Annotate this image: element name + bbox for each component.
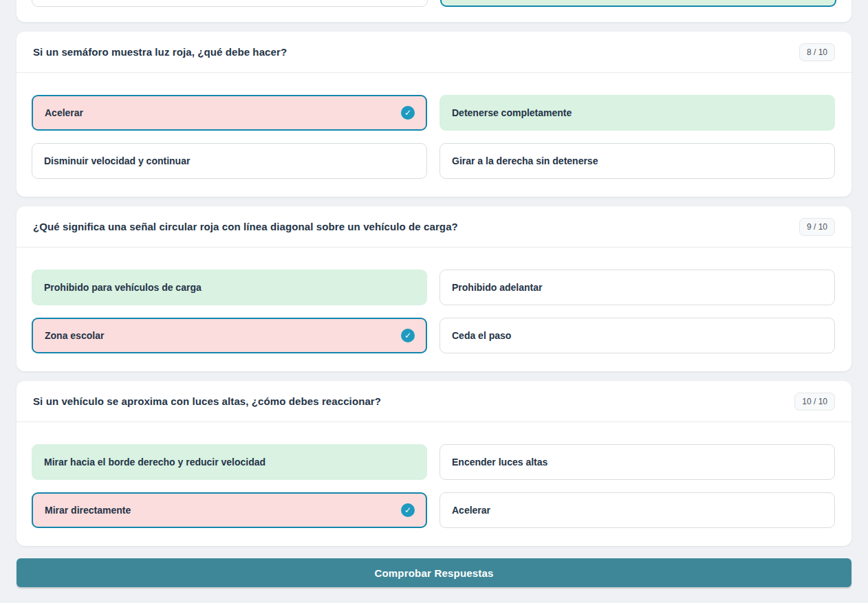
answer-option-label: Encender luces altas [452,457,547,468]
answer-option[interactable]: Ceda el paso [440,318,835,353]
question-progress-badge: 8 / 10 [799,43,835,61]
options-grid: Acelerar ✓ Detenerse completamente Dismi… [17,73,851,197]
answer-option-label: Detenerse completamente [452,107,572,118]
previous-question-card-partial [17,0,851,22]
answer-option-label: Acelerar [452,505,490,516]
answer-option[interactable]: Disminuir velocidad y continuar [32,143,427,179]
answer-option-label: Prohibido adelantar [452,282,542,293]
question-header: Si un semáforo muestra luz roja, ¿qué de… [17,32,851,73]
answer-option[interactable]: Mirar directamente ✓ [32,492,427,528]
answer-option-label: Mirar hacia el borde derecho y reducir v… [44,457,265,468]
answer-option-label: Acelerar [45,107,83,118]
question-text: Si un semáforo muestra luz roja, ¿qué de… [33,46,287,58]
question-card: Si un vehículo se aproxima con luces alt… [17,381,851,546]
answer-option[interactable]: Acelerar ✓ [32,95,427,131]
question-header: ¿Qué significa una señal circular roja c… [17,206,851,248]
question-text: ¿Qué significa una señal circular roja c… [33,221,458,232]
answer-option-label: Ceda el paso [452,330,511,341]
answer-option[interactable]: Prohibido para vehículos de carga [32,270,427,305]
options-grid: Prohibido para vehículos de carga Prohib… [17,248,851,371]
answer-option[interactable]: Acelerar [440,492,835,528]
options-grid: Mirar hacia el borde derecho y reducir v… [17,422,851,546]
answer-option[interactable]: Encender luces altas [440,444,835,480]
answer-option[interactable] [32,0,428,7]
check-icon: ✓ [401,329,415,342]
answer-option-label: Mirar directamente [45,505,131,516]
check-answers-button[interactable]: Comprobar Respuestas [17,558,851,587]
check-icon: ✓ [401,503,415,517]
question-header: Si un vehículo se aproxima con luces alt… [17,381,851,422]
answer-option-label: Prohibido para vehículos de carga [44,282,202,293]
question-progress-badge: 10 / 10 [794,393,835,410]
answer-option[interactable]: Detenerse completamente [440,95,835,131]
answer-option-label: Zona escolar [45,330,104,341]
answer-option[interactable]: Zona escolar ✓ [32,318,427,353]
options-grid [32,0,836,7]
question-progress-badge: 9 / 10 [799,218,835,236]
answer-option-label: Disminuir velocidad y continuar [44,155,190,166]
answer-option-label: Girar a la derecha sin detenerse [452,155,598,166]
question-card: ¿Qué significa una señal circular roja c… [17,206,851,371]
quiz-page: Si un semáforo muestra luz roja, ¿qué de… [0,0,868,601]
answer-option[interactable]: Girar a la derecha sin detenerse [440,143,835,179]
answer-option[interactable] [440,0,836,7]
question-card: Si un semáforo muestra luz roja, ¿qué de… [17,32,851,197]
answer-option[interactable]: Prohibido adelantar [440,270,835,305]
check-icon: ✓ [401,106,415,120]
answer-option[interactable]: Mirar hacia el borde derecho y reducir v… [32,444,427,480]
question-list: Si un semáforo muestra luz roja, ¿qué de… [17,32,851,546]
question-text: Si un vehículo se aproxima con luces alt… [33,395,381,407]
